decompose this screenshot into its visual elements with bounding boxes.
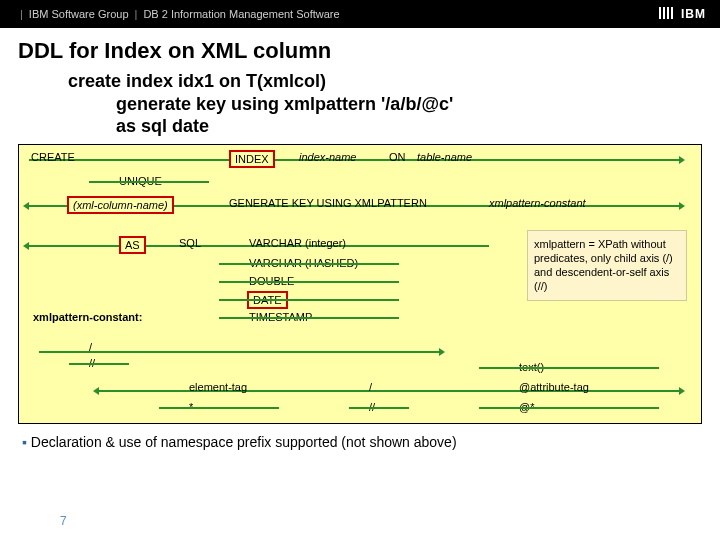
axis-slash-2: / (369, 381, 372, 393)
page-number: 7 (60, 514, 67, 528)
header-divider: | (20, 8, 23, 20)
kw-create: CREATE (31, 151, 75, 163)
code-line-1: create index idx1 on T(xmlcol) (68, 70, 720, 93)
footnote-bullet: Declaration & use of namespace prefix su… (22, 434, 698, 450)
kw-index: INDEX (229, 150, 275, 168)
code-example: create index idx1 on T(xmlcol) generate … (68, 70, 720, 138)
ibm-logo: IBM (659, 7, 706, 21)
kw-on: ON (389, 151, 406, 163)
xml-column-name: (xml-column-name) (67, 196, 174, 214)
kw-as: AS (119, 236, 146, 254)
header-sep: | (135, 8, 138, 20)
header-product: DB 2 Information Management Software (143, 8, 339, 20)
slide-title: DDL for Index on XML column (18, 38, 702, 64)
element-tag: element-tag (189, 381, 247, 393)
table-name: table-name (417, 151, 472, 163)
axis-slash: / (89, 341, 92, 353)
kw-genkey: GENERATE KEY USING XMLPATTERN (229, 197, 427, 209)
type-varchar-int: VARCHAR (integer) (249, 237, 346, 249)
syntax-diagram: CREATE INDEX index-name ON table-name UN… (18, 144, 702, 424)
constant-label: xmlpattern-constant: (33, 311, 142, 323)
index-name: index-name (299, 151, 356, 163)
header-bar: | IBM Software Group | DB 2 Information … (0, 0, 720, 28)
code-line-3: as sql date (116, 115, 720, 138)
xpath-note: xmlpattern = XPath without predicates, o… (527, 230, 687, 301)
attr-tag: @attribute-tag (519, 381, 589, 393)
xmlpattern-constant: xmlpattern-constant (489, 197, 586, 209)
header-group: IBM Software Group (29, 8, 129, 20)
code-line-2: generate key using xmlpattern '/a/b/@c' (116, 93, 720, 116)
kw-sql: SQL (179, 237, 201, 249)
